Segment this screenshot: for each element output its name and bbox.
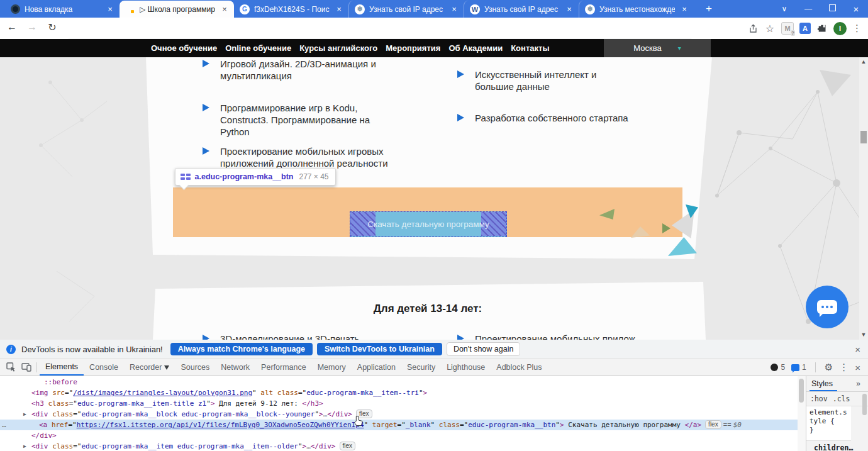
browser-tab[interactable]: Gf3xDehX1624S - Поиск в G× bbox=[234, 1, 348, 18]
devtools-close-icon[interactable]: × bbox=[855, 362, 860, 373]
tab-close-icon[interactable]: × bbox=[334, 4, 344, 14]
browser-window: Нова вкладка×▷ Школа программирова×Gf3xD… bbox=[0, 0, 868, 451]
code-token: educ-program-mka__block educ-program-mka… bbox=[82, 410, 315, 418]
site-nav-item[interactable]: Об Академии bbox=[448, 43, 503, 53]
more-tabs-icon[interactable]: » bbox=[856, 379, 860, 388]
back-icon[interactable]: ← bbox=[5, 21, 19, 33]
close-window-button[interactable]: × bbox=[844, 4, 868, 14]
error-count: 5 bbox=[781, 363, 785, 372]
site-nav-item[interactable]: Курсы английского bbox=[299, 43, 377, 53]
devtools-tab-sources[interactable]: Sources bbox=[175, 359, 215, 376]
devtools-tab-performance[interactable]: Performance bbox=[255, 359, 312, 376]
infobar-close-icon[interactable]: × bbox=[855, 344, 860, 355]
tab-close-icon[interactable]: × bbox=[220, 4, 230, 14]
browser-tab[interactable]: WУзнать свой IP адрес× bbox=[464, 1, 579, 18]
new-tab-button[interactable]: + bbox=[701, 3, 716, 15]
devtools-tab-network[interactable]: Network bbox=[215, 359, 255, 376]
tab-search-chevron-icon[interactable]: ∨ bbox=[772, 4, 796, 13]
devtools-tab-lighthouse[interactable]: Lighthouse bbox=[441, 359, 491, 376]
devtools-settings-gear-icon[interactable]: ⚙ bbox=[825, 362, 833, 373]
profile-avatar[interactable]: I bbox=[833, 22, 847, 35]
city-caret-icon: ▾ bbox=[678, 45, 681, 52]
active-tab-underline bbox=[810, 390, 837, 392]
device-toolbar-icon[interactable] bbox=[19, 361, 34, 374]
expand-arrow-icon[interactable]: ▶ bbox=[23, 441, 26, 451]
flex-badge[interactable]: flex bbox=[705, 420, 721, 429]
inspected-download-button[interactable]: Скачать детальную программу bbox=[350, 211, 507, 237]
devtools-tab-application[interactable]: Application bbox=[352, 359, 401, 376]
site-nav-item[interactable]: Online обучение bbox=[225, 43, 291, 53]
translate-extension-icon[interactable]: A bbox=[799, 23, 811, 34]
browser-tab[interactable]: ❄Узнать местонахождение× bbox=[579, 1, 694, 18]
share-icon[interactable] bbox=[747, 23, 759, 34]
bullet-label: Проектирование мобильных прилож bbox=[475, 333, 651, 340]
elements-tree-panel[interactable]: ::before<img src="/dist/images/triangles… bbox=[0, 376, 798, 451]
devtools-tab-adblock-plus[interactable]: Adblock Plus bbox=[491, 359, 547, 376]
chat-widget-button[interactable] bbox=[806, 286, 849, 328]
code-token: > bbox=[560, 421, 564, 429]
issues-badge[interactable]: 1 bbox=[791, 363, 806, 372]
attribute-link[interactable]: /dist/images/triangles-layout/polygon31.… bbox=[73, 389, 252, 397]
dom-node[interactable]: ▶<div class="educ-program-mka__item educ… bbox=[0, 441, 798, 451]
dom-node-selected[interactable]: …<a href="https://fsx1.itstep.org/api/v1… bbox=[0, 420, 798, 430]
site-nav-item[interactable]: Очное обучение bbox=[151, 43, 217, 53]
bookmark-star-icon[interactable]: ☆ bbox=[764, 23, 776, 34]
devtools-tab-recorder[interactable]: Recorder bbox=[124, 359, 175, 376]
scroll-down-icon[interactable]: ▼ bbox=[860, 331, 867, 338]
tab-close-icon[interactable]: × bbox=[105, 4, 115, 14]
dom-node[interactable]: <img src="/dist/images/triangles-layout/… bbox=[0, 387, 798, 398]
devtools-tab-elements[interactable]: Elements bbox=[40, 359, 84, 376]
styles-filter-bar: :hov .cls bbox=[806, 392, 868, 406]
infobar-action-button[interactable]: Always match Chrome's language bbox=[170, 343, 313, 355]
infobar-action-button[interactable]: Switch DevTools to Ukrainian bbox=[317, 343, 442, 355]
tab-close-icon[interactable]: × bbox=[679, 4, 689, 14]
site-nav-item[interactable]: Мероприятия bbox=[386, 43, 440, 53]
element-style-rule[interactable]: element.style { } bbox=[806, 406, 851, 441]
maximize-button[interactable] bbox=[820, 4, 844, 13]
browser-tab[interactable]: ❄Узнать свой IP адрес | 2IP× bbox=[348, 1, 464, 18]
elements-panel-scrollbar[interactable] bbox=[798, 376, 806, 451]
tab-styles[interactable]: Styles bbox=[811, 379, 833, 388]
scrollbar-thumb[interactable] bbox=[860, 131, 867, 143]
expand-arrow-icon[interactable]: ▶ bbox=[23, 409, 26, 420]
flex-badge[interactable]: flex bbox=[340, 442, 356, 450]
dom-node[interactable]: ▶<div class="educ-program-mka__block edu… bbox=[0, 409, 798, 420]
bullet-label: 3D-моделирование и 3D-печать bbox=[220, 333, 396, 340]
extensions-puzzle-icon[interactable] bbox=[816, 23, 828, 34]
error-count-badge[interactable]: 5 bbox=[771, 363, 785, 372]
hover-state-toggle[interactable]: :hov bbox=[810, 394, 828, 403]
snow-favicon: ❄ bbox=[355, 4, 365, 14]
styles-scrollbar-thumb[interactable] bbox=[862, 394, 867, 415]
devtools-menu-icon[interactable]: ⋮ bbox=[839, 362, 849, 373]
dont-show-again-button[interactable]: Don't show again bbox=[447, 342, 521, 356]
download-button-label: Скачать детальную программу bbox=[350, 212, 506, 236]
dom-node[interactable]: ::before bbox=[0, 377, 798, 387]
tab-close-icon[interactable]: × bbox=[449, 4, 459, 14]
devtools-tab-console[interactable]: Console bbox=[84, 359, 124, 376]
forward-icon[interactable]: → bbox=[25, 21, 39, 33]
minimize-button[interactable]: — bbox=[796, 4, 820, 13]
devtools-tab-memory[interactable]: Memory bbox=[312, 359, 352, 376]
devtools-tab-security[interactable]: Security bbox=[401, 359, 441, 376]
browser-tab[interactable]: Нова вкладка× bbox=[5, 1, 120, 18]
scroll-up-icon[interactable]: ▲ bbox=[860, 58, 867, 65]
browser-tab[interactable]: ▷ Школа программирова× bbox=[120, 1, 234, 18]
gmail-extension-icon[interactable]: M bbox=[781, 22, 794, 35]
attribute-link[interactable]: https://fsx1.itstep.org/api/v1/files/fmL… bbox=[77, 421, 364, 429]
inspect-element-icon[interactable] bbox=[4, 361, 19, 374]
tab-close-icon[interactable]: × bbox=[564, 4, 574, 14]
reload-icon[interactable]: ↻ bbox=[45, 21, 59, 33]
dom-node[interactable]: <h3 class="educ-program-mka__item-title … bbox=[0, 398, 798, 409]
squares-favicon bbox=[125, 4, 135, 14]
dom-node[interactable]: </div> bbox=[0, 430, 798, 441]
page-scrollbar[interactable]: ▲ ▼ bbox=[859, 57, 868, 340]
code-token bbox=[273, 389, 277, 397]
browser-menu-icon[interactable]: ⋮ bbox=[852, 23, 862, 34]
code-token: " bbox=[364, 421, 372, 429]
class-toggle[interactable]: .cls bbox=[833, 394, 850, 403]
bullet-item: 3D-моделирование и 3D-печать bbox=[203, 333, 396, 340]
city-selector[interactable]: Москва ▾ bbox=[604, 39, 711, 57]
issues-bubble-icon bbox=[791, 364, 799, 371]
scrollbar-thumb[interactable] bbox=[799, 379, 804, 403]
site-nav-item[interactable]: Контакты bbox=[511, 43, 549, 53]
